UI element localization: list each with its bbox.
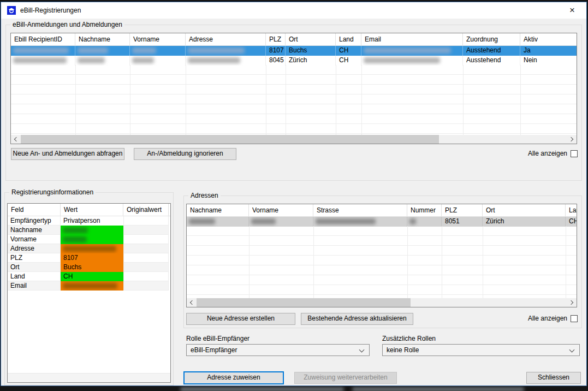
- scroll-right-icon[interactable]: [567, 298, 577, 307]
- show-all-checkbox[interactable]: [571, 315, 578, 322]
- cell-aktiv: Nein: [520, 56, 577, 66]
- redacted-text: [189, 218, 215, 224]
- field-name: Email: [8, 281, 61, 291]
- column-header[interactable]: Ort: [483, 204, 566, 216]
- field-name: Ort: [8, 263, 61, 272]
- info-row-adresse[interactable]: Adresse: [8, 244, 170, 253]
- scroll-left-icon[interactable]: [187, 298, 196, 307]
- column-header[interactable]: Vorname: [130, 33, 186, 45]
- info-row-empfaengertyp[interactable]: Empfängertyp Privatperson: [8, 216, 170, 226]
- close-dialog-button[interactable]: Schliessen: [526, 372, 581, 384]
- field-original: [123, 235, 169, 244]
- title-bar: eBill-Registrierungen ×: [1, 2, 586, 19]
- additional-roles-value: keine Rolle: [387, 346, 419, 354]
- address-row-selected[interactable]: 8051 Zürich CH: [187, 217, 577, 227]
- info-row-land[interactable]: Land CH: [8, 272, 170, 281]
- column-header[interactable]: Feld: [8, 204, 61, 216]
- info-row-vorname[interactable]: Vorname: [8, 235, 170, 244]
- cell-adresse: [186, 46, 266, 56]
- scrollbar-track[interactable]: [196, 298, 567, 307]
- column-header[interactable]: Vorname: [249, 204, 313, 216]
- column-header[interactable]: PLZ: [442, 204, 483, 216]
- column-header-filler: [169, 204, 171, 216]
- column-header[interactable]: Nachname: [187, 204, 249, 216]
- field-original: [123, 226, 169, 235]
- update-address-button[interactable]: Bestehende Adresse aktualisieren: [301, 313, 413, 325]
- cell-land: CH: [566, 217, 577, 227]
- recipient-role-label: Rolle eBill-Empfänger: [186, 335, 250, 342]
- redacted-text: [132, 48, 156, 54]
- field-value: CH: [61, 272, 123, 281]
- chevron-right-icon: [569, 137, 573, 141]
- new-address-button[interactable]: Neue Adresse erstellen: [186, 313, 295, 325]
- field-name: Nachname: [8, 226, 61, 235]
- redacted-text: [78, 48, 108, 54]
- redacted-text: [13, 57, 67, 63]
- redacted-text: [78, 57, 105, 63]
- redacted-text: [63, 227, 88, 233]
- field-original: [123, 244, 169, 253]
- column-header[interactable]: Strasse: [313, 204, 407, 216]
- field-value: [61, 235, 123, 244]
- scroll-left-icon[interactable]: [11, 135, 20, 144]
- info-row-email[interactable]: Email: [8, 281, 170, 291]
- screen: eBill-Registrierungen × eBill-Anmeldunge…: [0, 0, 588, 391]
- horizontal-scrollbar[interactable]: [187, 298, 577, 307]
- cell-adresse: [186, 56, 266, 66]
- cell-zuordnung: Ausstehend: [463, 46, 520, 56]
- process-assignment-button[interactable]: Zuweisung weiterverarbeiten: [294, 372, 397, 384]
- scroll-right-icon[interactable]: [567, 135, 577, 144]
- recipient-role-select[interactable]: eBill-Empfänger: [186, 344, 370, 356]
- column-header[interactable]: Aktiv: [520, 33, 577, 45]
- assign-address-button[interactable]: Adresse zuweisen: [183, 371, 284, 384]
- ebill-registrations-dialog: eBill-Registrierungen × eBill-Anmeldunge…: [1, 2, 587, 386]
- column-header[interactable]: PLZ: [266, 33, 286, 45]
- scrollbar-track[interactable]: [20, 135, 567, 144]
- info-row-ort[interactable]: Ort Buchs: [8, 263, 170, 272]
- column-header[interactable]: Email: [361, 33, 463, 45]
- field-original: [123, 263, 169, 272]
- empty-rows: [187, 226, 577, 298]
- column-header[interactable]: Nummer: [407, 204, 442, 216]
- field-value: [61, 226, 123, 235]
- redacted-text: [13, 48, 69, 54]
- show-all-checkbox[interactable]: [571, 150, 578, 157]
- field-original: [123, 272, 169, 281]
- column-header[interactable]: Land: [566, 204, 577, 216]
- background-window-text: [180, 388, 344, 391]
- cell-plz: 8045: [266, 56, 286, 66]
- column-header[interactable]: Ebill RecipientID: [11, 33, 75, 45]
- redacted-text: [63, 283, 117, 289]
- chevron-right-icon: [569, 300, 573, 305]
- column-header[interactable]: Nachname: [75, 33, 130, 45]
- chevron-down-icon: [569, 347, 575, 353]
- column-header[interactable]: Ort: [286, 33, 336, 45]
- field-name: Adresse: [8, 244, 61, 253]
- info-row-nachname[interactable]: Nachname: [8, 226, 170, 235]
- scrollbar-thumb[interactable]: [21, 135, 439, 144]
- column-header[interactable]: Land: [336, 33, 361, 45]
- query-registrations-button[interactable]: Neue An- und Abmeldungen abfragen: [11, 148, 124, 160]
- horizontal-scrollbar[interactable]: [11, 135, 577, 144]
- ignore-registration-button[interactable]: An-/Abmeldung ignorieren: [134, 148, 236, 160]
- column-header[interactable]: Adresse: [186, 33, 266, 45]
- close-icon[interactable]: ×: [566, 4, 579, 17]
- cell-recipient-id: [11, 46, 75, 56]
- table-row[interactable]: 8045 Zürich CH Ausstehend Nein: [11, 56, 577, 66]
- additional-roles-select[interactable]: keine Rolle: [382, 344, 580, 356]
- field-value: Privatperson: [61, 216, 123, 226]
- field-value: [61, 244, 123, 253]
- table-row-selected[interactable]: 8107 Buchs CH Ausstehend Ja: [11, 46, 577, 56]
- cell-land: CH: [336, 56, 361, 66]
- redacted-text: [188, 48, 245, 54]
- column-header[interactable]: Zuordnung: [463, 33, 520, 45]
- redacted-text: [63, 246, 116, 252]
- registration-info-header: Feld Wert Originalwert: [8, 204, 170, 216]
- show-all-registrations: Alle anzeigen: [528, 150, 578, 157]
- cell-ort: Buchs: [286, 46, 336, 56]
- column-header[interactable]: Originalwert: [123, 204, 169, 216]
- column-header[interactable]: Wert: [61, 204, 123, 216]
- cell-email: [361, 56, 463, 66]
- scrollbar-thumb[interactable]: [197, 298, 411, 307]
- info-row-plz[interactable]: PLZ 8107: [8, 253, 170, 263]
